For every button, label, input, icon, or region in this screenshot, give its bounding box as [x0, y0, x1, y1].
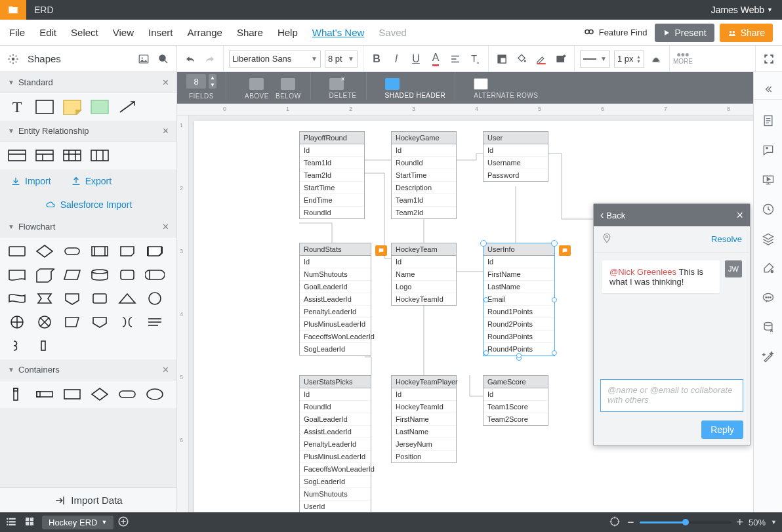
er-table-2[interactable]: [34, 147, 55, 164]
add-page-icon[interactable]: [117, 516, 129, 529]
list-view-icon[interactable]: [5, 516, 17, 529]
group-standard[interactable]: ▼Standard ×: [0, 72, 176, 93]
close-icon[interactable]: ×: [163, 364, 169, 376]
import-link[interactable]: Import: [10, 176, 51, 186]
entity-field[interactable]: GoalLeaderId: [300, 281, 371, 293]
entity-field[interactable]: RoundId: [300, 401, 371, 413]
target-icon[interactable]: [609, 516, 621, 529]
entity-field[interactable]: FaceoffsWonLeaderId: [300, 331, 371, 343]
entity-field[interactable]: FaceoffsWonLeaderId: [300, 463, 371, 476]
entity-field[interactable]: FirstName: [484, 268, 554, 281]
entity-field[interactable]: Id: [392, 256, 456, 268]
shape-options-icon[interactable]: [5, 51, 21, 67]
entity-field[interactable]: Id: [300, 388, 371, 401]
entity-field[interactable]: UserId: [300, 501, 371, 512]
close-icon[interactable]: ×: [163, 221, 169, 233]
entity-user[interactable]: UserIdUsernamePassword: [483, 131, 548, 182]
entity-field[interactable]: JerseyNum: [392, 438, 456, 451]
entity-field[interactable]: PlusMinusLeaderId: [300, 451, 371, 463]
flowchart-shape[interactable]: [62, 243, 83, 260]
container-shape[interactable]: [144, 386, 165, 403]
flowchart-shape[interactable]: [7, 337, 28, 354]
fields-count[interactable]: 8: [186, 74, 206, 89]
entity-field[interactable]: Team1Score: [484, 401, 548, 413]
entity-field[interactable]: EndTime: [300, 194, 364, 207]
flowchart-shape[interactable]: [117, 290, 138, 307]
entity-userstatspicks[interactable]: UserStatsPicksIdRoundIdGoalLeaderIdAssis…: [299, 375, 371, 512]
comment-badge-icon[interactable]: [375, 245, 387, 256]
shape-fill-icon[interactable]: [494, 51, 510, 67]
flowchart-shape[interactable]: [89, 266, 110, 283]
entity-playoffround[interactable]: PlayoffRoundIdTeam1IdTeam2IdStartTimeEnd…: [299, 131, 365, 219]
entity-field[interactable]: Id: [484, 388, 548, 401]
flowchart-shape[interactable]: [62, 290, 83, 307]
close-icon[interactable]: ×: [163, 77, 169, 89]
entity-field[interactable]: Round1Points: [484, 306, 554, 318]
menu-select[interactable]: Select: [71, 27, 98, 38]
font-select[interactable]: Liberation Sans▼: [229, 51, 321, 68]
add-above-icon[interactable]: [249, 78, 264, 90]
container-shape[interactable]: [117, 386, 138, 403]
arrow-shape[interactable]: [117, 98, 138, 115]
collapse-dock-icon[interactable]: [754, 79, 782, 100]
flowchart-shape[interactable]: [144, 290, 165, 307]
entity-field[interactable]: Team1Id: [300, 157, 364, 169]
font-size-select[interactable]: 8 pt▼: [325, 51, 358, 68]
entity-hockeyteam[interactable]: HockeyTeamIdNameLogoHockeyTeamId: [391, 243, 457, 306]
flowchart-shape[interactable]: [144, 243, 165, 260]
entity-field[interactable]: Team2Id: [392, 207, 456, 218]
share-button[interactable]: Share: [720, 24, 773, 42]
er-table-4[interactable]: [89, 147, 110, 164]
er-table-3[interactable]: [62, 147, 83, 164]
fullscreen-icon[interactable]: [761, 51, 777, 67]
entity-field[interactable]: Round2Points: [484, 318, 554, 331]
line-options-icon[interactable]: [648, 51, 664, 67]
entity-hockeygame[interactable]: HockeyGameIdRoundIdStartTimeDescriptionT…: [391, 131, 457, 219]
entity-field[interactable]: Id: [392, 388, 456, 401]
entity-gamescore[interactable]: GameScoreIdTeam1ScoreTeam2Score: [483, 375, 548, 426]
comment-badge-icon[interactable]: [559, 245, 571, 256]
comments-icon[interactable]: ": [762, 144, 775, 159]
entity-field[interactable]: SogLeaderId: [300, 343, 371, 355]
data-link-icon[interactable]: [762, 321, 775, 336]
entity-field[interactable]: SogLeaderId: [300, 476, 371, 488]
entity-field[interactable]: AssistLeaderId: [300, 426, 371, 438]
entity-field[interactable]: StartTime: [392, 169, 456, 182]
entity-field[interactable]: Round3Points: [484, 331, 554, 343]
chat-icon[interactable]: [762, 291, 775, 306]
present-button[interactable]: Present: [655, 24, 714, 42]
flowchart-shape[interactable]: [34, 337, 55, 354]
bold-icon[interactable]: B: [369, 51, 384, 67]
text-options-icon[interactable]: T•: [467, 51, 483, 67]
flowchart-shape[interactable]: [7, 314, 28, 331]
entity-header[interactable]: HockeyGame: [392, 132, 456, 144]
line-style-select[interactable]: ▼: [580, 51, 610, 68]
layers-icon[interactable]: [762, 232, 775, 247]
entity-field[interactable]: AssistLeaderId: [300, 293, 371, 306]
page-tab[interactable]: Hockey ERD ▼: [42, 516, 113, 529]
entity-field[interactable]: Team2Id: [300, 169, 364, 182]
comment-back-button[interactable]: ‹Back: [600, 209, 625, 221]
zoom-value[interactable]: 50%: [749, 518, 766, 527]
import-data-button[interactable]: Import Data: [0, 487, 176, 512]
entity-header[interactable]: UserInfo: [484, 243, 554, 256]
flowchart-shape[interactable]: [144, 266, 165, 283]
entity-header[interactable]: HockeyTeamPlayer: [392, 376, 456, 388]
document-name[interactable]: ERD: [34, 5, 54, 15]
image-icon[interactable]: [136, 51, 152, 67]
er-table-1[interactable]: [7, 147, 28, 164]
entity-field[interactable]: NumShutouts: [300, 268, 371, 281]
export-link[interactable]: Export: [71, 176, 112, 186]
alt-rows-icon[interactable]: [474, 78, 488, 90]
grid-view-icon[interactable]: [24, 516, 35, 529]
group-er[interactable]: ▼Entity Relationship ×: [0, 121, 176, 142]
flowchart-shape[interactable]: [62, 266, 83, 283]
line-width-select[interactable]: 1 px ▲▼: [614, 51, 644, 68]
zoom-out-icon[interactable]: −: [627, 516, 634, 529]
block-shape[interactable]: [89, 98, 110, 115]
more-button[interactable]: ••• MORE: [670, 52, 696, 65]
entity-header[interactable]: User: [484, 132, 548, 144]
fields-dec[interactable]: ▼: [209, 81, 216, 89]
container-shape[interactable]: [34, 386, 55, 403]
entity-field[interactable]: Id: [392, 144, 456, 157]
